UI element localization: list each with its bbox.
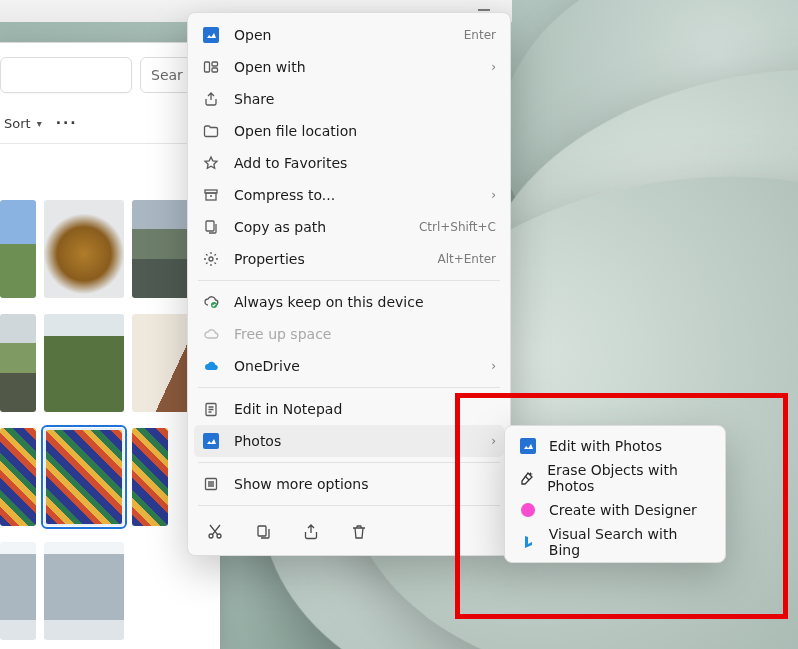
bing-icon: [519, 533, 537, 551]
open-with-icon: [202, 58, 220, 76]
image-thumbnail[interactable]: [0, 428, 36, 526]
svg-rect-3: [212, 68, 218, 72]
photos-app-icon: [519, 437, 537, 455]
menu-label: Compress to...: [234, 187, 477, 203]
menu-label: Add to Favorites: [234, 155, 496, 171]
menu-item-always-keep[interactable]: Always keep on this device: [194, 286, 504, 318]
chevron-right-icon: ›: [491, 434, 496, 448]
svg-point-16: [521, 503, 535, 517]
menu-separator: [198, 387, 500, 388]
image-thumbnail[interactable]: [132, 428, 168, 526]
photos-submenu: Edit with Photos Erase Objects with Phot…: [504, 425, 726, 563]
image-thumbnail[interactable]: [44, 200, 124, 298]
menu-accelerator: Ctrl+Shift+C: [419, 220, 496, 234]
chevron-down-icon: ▾: [37, 118, 42, 129]
copy-button[interactable]: [250, 519, 276, 545]
menu-item-properties[interactable]: Properties Alt+Enter: [194, 243, 504, 275]
menu-label: Share: [234, 91, 496, 107]
submenu-item-visual-search-bing[interactable]: Visual Search with Bing: [509, 526, 721, 558]
image-thumbnail[interactable]: [0, 200, 36, 298]
chevron-right-icon: ›: [491, 359, 496, 373]
menu-label: Show more options: [234, 476, 496, 492]
menu-item-copy-as-path[interactable]: Copy as path Ctrl+Shift+C: [194, 211, 504, 243]
menu-item-onedrive[interactable]: OneDrive ›: [194, 350, 504, 382]
chevron-right-icon: ›: [491, 188, 496, 202]
cloud-icon: [202, 325, 220, 343]
eraser-icon: [519, 469, 535, 487]
submenu-item-create-with-designer[interactable]: Create with Designer: [509, 494, 721, 526]
svg-rect-10: [203, 433, 219, 449]
submenu-item-erase-objects[interactable]: Erase Objects with Photos: [509, 462, 721, 494]
menu-item-edit-in-notepad[interactable]: Edit in Notepad: [194, 393, 504, 425]
svg-rect-2: [212, 62, 218, 66]
image-thumbnail[interactable]: [0, 314, 36, 412]
archive-icon: [202, 186, 220, 204]
menu-label: Copy as path: [234, 219, 405, 235]
chevron-right-icon: ›: [491, 60, 496, 74]
menu-item-open-with[interactable]: Open with ›: [194, 51, 504, 83]
share-button[interactable]: [298, 519, 324, 545]
sort-button[interactable]: Sort ▾: [4, 116, 42, 131]
svg-rect-1: [205, 62, 210, 72]
cut-button[interactable]: [202, 519, 228, 545]
image-thumbnail[interactable]: [44, 314, 124, 412]
menu-accelerator: Enter: [464, 28, 496, 42]
menu-item-share[interactable]: Share: [194, 83, 504, 115]
menu-item-compress-to[interactable]: Compress to... ›: [194, 179, 504, 211]
svg-rect-15: [520, 438, 536, 454]
menu-separator: [198, 462, 500, 463]
copy-path-icon: [202, 218, 220, 236]
svg-point-7: [209, 257, 213, 261]
menu-item-photos[interactable]: Photos ›: [194, 425, 504, 457]
sort-label: Sort: [4, 116, 31, 131]
folder-icon: [202, 122, 220, 140]
submenu-label: Visual Search with Bing: [549, 526, 711, 558]
more-button[interactable]: ···: [56, 115, 78, 131]
menu-label: Properties: [234, 251, 423, 267]
menu-separator: [198, 505, 500, 506]
photos-app-icon: [202, 26, 220, 44]
photos-app-icon: [202, 432, 220, 450]
menu-label: OneDrive: [234, 358, 477, 374]
share-icon: [202, 90, 220, 108]
svg-rect-0: [203, 27, 219, 43]
properties-icon: [202, 250, 220, 268]
cloud-keep-icon: [202, 293, 220, 311]
minimize-button[interactable]: [478, 9, 490, 11]
onedrive-icon: [202, 357, 220, 375]
menu-item-open[interactable]: Open Enter: [194, 19, 504, 51]
context-menu: Open Enter Open with › Share Open file l…: [187, 12, 511, 556]
svg-rect-6: [206, 221, 214, 231]
submenu-item-edit-with-photos[interactable]: Edit with Photos: [509, 430, 721, 462]
context-menu-action-row: [194, 511, 504, 549]
menu-separator: [198, 280, 500, 281]
menu-label: Open: [234, 27, 450, 43]
menu-item-free-up-space: Free up space: [194, 318, 504, 350]
star-icon: [202, 154, 220, 172]
menu-label: Photos: [234, 433, 477, 449]
image-thumbnail[interactable]: [44, 542, 124, 640]
delete-button[interactable]: [346, 519, 372, 545]
menu-accelerator: Alt+Enter: [437, 252, 496, 266]
image-thumbnail[interactable]: [0, 542, 36, 640]
svg-rect-14: [258, 526, 266, 536]
image-thumbnail-selected[interactable]: [44, 428, 124, 526]
menu-label: Always keep on this device: [234, 294, 496, 310]
menu-label: Edit in Notepad: [234, 401, 496, 417]
menu-item-show-more-options[interactable]: Show more options: [194, 468, 504, 500]
submenu-label: Create with Designer: [549, 502, 697, 518]
notepad-icon: [202, 400, 220, 418]
menu-label: Open with: [234, 59, 477, 75]
more-options-icon: [202, 475, 220, 493]
menu-item-open-file-location[interactable]: Open file location: [194, 115, 504, 147]
submenu-label: Erase Objects with Photos: [547, 462, 711, 494]
submenu-label: Edit with Photos: [549, 438, 662, 454]
address-bar[interactable]: [0, 57, 132, 93]
designer-icon: [519, 501, 537, 519]
menu-item-add-to-favorites[interactable]: Add to Favorites: [194, 147, 504, 179]
menu-label: Open file location: [234, 123, 496, 139]
menu-label: Free up space: [234, 326, 496, 342]
